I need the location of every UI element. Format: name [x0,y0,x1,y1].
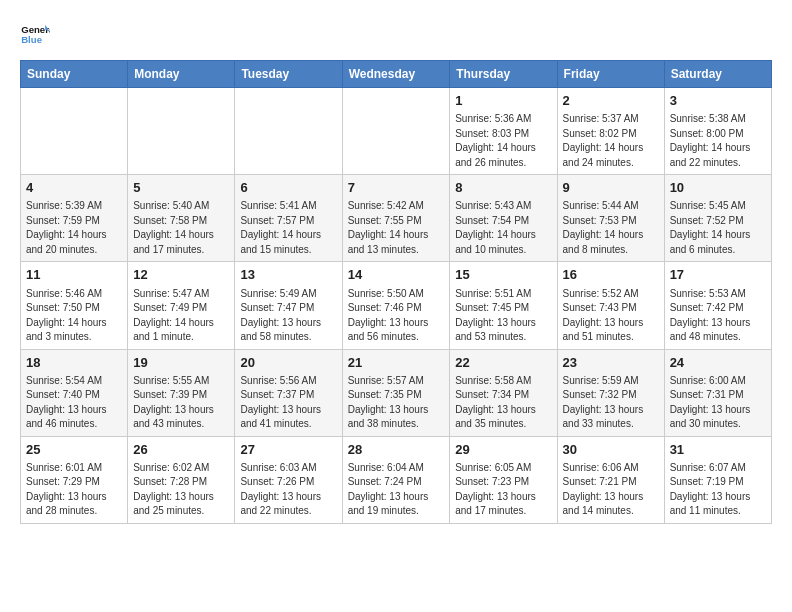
day-cell: 4Sunrise: 5:39 AMSunset: 7:59 PMDaylight… [21,175,128,262]
day-number: 20 [240,354,336,372]
day-info: Sunrise: 6:04 AMSunset: 7:24 PMDaylight:… [348,461,445,519]
logo-icon: General Blue [20,20,50,50]
day-info: Sunrise: 5:51 AMSunset: 7:45 PMDaylight:… [455,287,551,345]
day-info: Sunrise: 5:37 AMSunset: 8:02 PMDaylight:… [563,112,659,170]
day-info: Sunrise: 6:03 AMSunset: 7:26 PMDaylight:… [240,461,336,519]
day-cell: 21Sunrise: 5:57 AMSunset: 7:35 PMDayligh… [342,349,450,436]
day-info: Sunrise: 5:36 AMSunset: 8:03 PMDaylight:… [455,112,551,170]
day-cell: 5Sunrise: 5:40 AMSunset: 7:58 PMDaylight… [128,175,235,262]
day-number: 10 [670,179,766,197]
day-info: Sunrise: 5:55 AMSunset: 7:39 PMDaylight:… [133,374,229,432]
day-number: 12 [133,266,229,284]
day-info: Sunrise: 5:39 AMSunset: 7:59 PMDaylight:… [26,199,122,257]
day-number: 27 [240,441,336,459]
day-info: Sunrise: 5:53 AMSunset: 7:42 PMDaylight:… [670,287,766,345]
calendar-table: SundayMondayTuesdayWednesdayThursdayFrid… [20,60,772,524]
day-number: 17 [670,266,766,284]
day-cell: 28Sunrise: 6:04 AMSunset: 7:24 PMDayligh… [342,436,450,523]
day-info: Sunrise: 5:38 AMSunset: 8:00 PMDaylight:… [670,112,766,170]
day-number: 25 [26,441,122,459]
day-number: 2 [563,92,659,110]
week-row-5: 25Sunrise: 6:01 AMSunset: 7:29 PMDayligh… [21,436,772,523]
day-info: Sunrise: 5:50 AMSunset: 7:46 PMDaylight:… [348,287,445,345]
day-cell: 12Sunrise: 5:47 AMSunset: 7:49 PMDayligh… [128,262,235,349]
day-number: 6 [240,179,336,197]
day-number: 11 [26,266,122,284]
day-cell: 2Sunrise: 5:37 AMSunset: 8:02 PMDaylight… [557,88,664,175]
header-row: SundayMondayTuesdayWednesdayThursdayFrid… [21,61,772,88]
day-cell: 27Sunrise: 6:03 AMSunset: 7:26 PMDayligh… [235,436,342,523]
day-cell: 3Sunrise: 5:38 AMSunset: 8:00 PMDaylight… [664,88,771,175]
header-cell-tuesday: Tuesday [235,61,342,88]
day-number: 13 [240,266,336,284]
day-info: Sunrise: 5:54 AMSunset: 7:40 PMDaylight:… [26,374,122,432]
day-cell: 23Sunrise: 5:59 AMSunset: 7:32 PMDayligh… [557,349,664,436]
day-number: 29 [455,441,551,459]
day-info: Sunrise: 5:58 AMSunset: 7:34 PMDaylight:… [455,374,551,432]
day-cell: 1Sunrise: 5:36 AMSunset: 8:03 PMDaylight… [450,88,557,175]
day-info: Sunrise: 5:42 AMSunset: 7:55 PMDaylight:… [348,199,445,257]
week-row-3: 11Sunrise: 5:46 AMSunset: 7:50 PMDayligh… [21,262,772,349]
day-cell: 31Sunrise: 6:07 AMSunset: 7:19 PMDayligh… [664,436,771,523]
day-cell: 30Sunrise: 6:06 AMSunset: 7:21 PMDayligh… [557,436,664,523]
day-info: Sunrise: 5:57 AMSunset: 7:35 PMDaylight:… [348,374,445,432]
day-info: Sunrise: 5:49 AMSunset: 7:47 PMDaylight:… [240,287,336,345]
day-cell: 25Sunrise: 6:01 AMSunset: 7:29 PMDayligh… [21,436,128,523]
header: General Blue [20,20,772,50]
calendar-body: 1Sunrise: 5:36 AMSunset: 8:03 PMDaylight… [21,88,772,524]
day-number: 19 [133,354,229,372]
day-number: 8 [455,179,551,197]
day-info: Sunrise: 5:46 AMSunset: 7:50 PMDaylight:… [26,287,122,345]
day-cell: 10Sunrise: 5:45 AMSunset: 7:52 PMDayligh… [664,175,771,262]
day-cell [21,88,128,175]
week-row-4: 18Sunrise: 5:54 AMSunset: 7:40 PMDayligh… [21,349,772,436]
day-cell: 15Sunrise: 5:51 AMSunset: 7:45 PMDayligh… [450,262,557,349]
day-number: 14 [348,266,445,284]
day-number: 9 [563,179,659,197]
day-info: Sunrise: 5:44 AMSunset: 7:53 PMDaylight:… [563,199,659,257]
day-number: 24 [670,354,766,372]
day-number: 16 [563,266,659,284]
calendar-header: SundayMondayTuesdayWednesdayThursdayFrid… [21,61,772,88]
week-row-1: 1Sunrise: 5:36 AMSunset: 8:03 PMDaylight… [21,88,772,175]
header-cell-sunday: Sunday [21,61,128,88]
day-number: 15 [455,266,551,284]
day-cell: 6Sunrise: 5:41 AMSunset: 7:57 PMDaylight… [235,175,342,262]
header-cell-wednesday: Wednesday [342,61,450,88]
day-info: Sunrise: 6:02 AMSunset: 7:28 PMDaylight:… [133,461,229,519]
day-cell [342,88,450,175]
logo: General Blue [20,20,50,50]
day-number: 23 [563,354,659,372]
day-cell: 20Sunrise: 5:56 AMSunset: 7:37 PMDayligh… [235,349,342,436]
header-cell-thursday: Thursday [450,61,557,88]
day-info: Sunrise: 5:41 AMSunset: 7:57 PMDaylight:… [240,199,336,257]
header-cell-friday: Friday [557,61,664,88]
day-number: 18 [26,354,122,372]
day-cell: 22Sunrise: 5:58 AMSunset: 7:34 PMDayligh… [450,349,557,436]
svg-text:Blue: Blue [21,34,42,45]
day-number: 31 [670,441,766,459]
day-info: Sunrise: 6:00 AMSunset: 7:31 PMDaylight:… [670,374,766,432]
day-cell [235,88,342,175]
day-number: 4 [26,179,122,197]
day-cell: 11Sunrise: 5:46 AMSunset: 7:50 PMDayligh… [21,262,128,349]
day-cell: 24Sunrise: 6:00 AMSunset: 7:31 PMDayligh… [664,349,771,436]
day-number: 21 [348,354,445,372]
day-cell: 17Sunrise: 5:53 AMSunset: 7:42 PMDayligh… [664,262,771,349]
day-info: Sunrise: 6:07 AMSunset: 7:19 PMDaylight:… [670,461,766,519]
day-cell: 8Sunrise: 5:43 AMSunset: 7:54 PMDaylight… [450,175,557,262]
day-info: Sunrise: 5:47 AMSunset: 7:49 PMDaylight:… [133,287,229,345]
day-cell: 29Sunrise: 6:05 AMSunset: 7:23 PMDayligh… [450,436,557,523]
day-cell: 26Sunrise: 6:02 AMSunset: 7:28 PMDayligh… [128,436,235,523]
day-cell: 13Sunrise: 5:49 AMSunset: 7:47 PMDayligh… [235,262,342,349]
day-info: Sunrise: 6:06 AMSunset: 7:21 PMDaylight:… [563,461,659,519]
day-cell: 16Sunrise: 5:52 AMSunset: 7:43 PMDayligh… [557,262,664,349]
day-info: Sunrise: 5:40 AMSunset: 7:58 PMDaylight:… [133,199,229,257]
day-number: 28 [348,441,445,459]
day-cell: 14Sunrise: 5:50 AMSunset: 7:46 PMDayligh… [342,262,450,349]
week-row-2: 4Sunrise: 5:39 AMSunset: 7:59 PMDaylight… [21,175,772,262]
header-cell-saturday: Saturday [664,61,771,88]
day-number: 3 [670,92,766,110]
day-info: Sunrise: 6:01 AMSunset: 7:29 PMDaylight:… [26,461,122,519]
day-number: 1 [455,92,551,110]
